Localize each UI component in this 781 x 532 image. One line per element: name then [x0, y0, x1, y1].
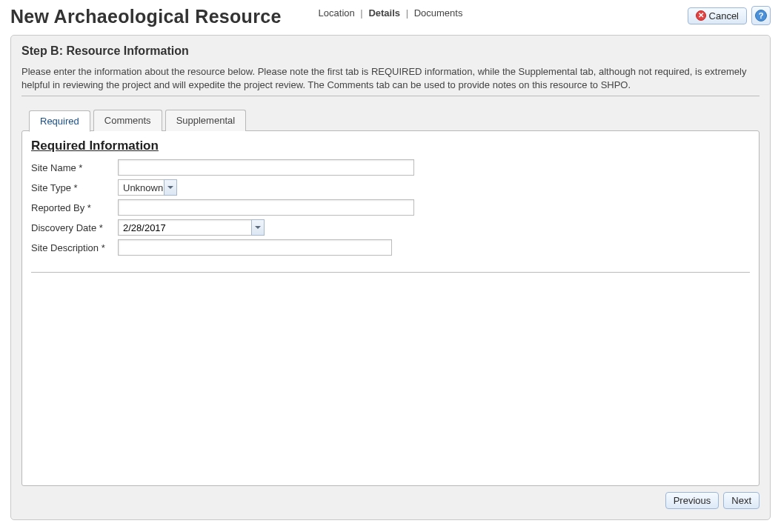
site-type-select[interactable]: Unknown [118, 179, 177, 196]
breadcrumb-separator: | [406, 7, 408, 19]
breadcrumb: Location | Details | Documents [319, 7, 463, 19]
breadcrumb-item-details[interactable]: Details [368, 7, 400, 19]
label-site-type: Site Type * [31, 182, 118, 193]
site-description-input[interactable] [118, 239, 392, 256]
row-site-type: Site Type * Unknown [31, 179, 750, 196]
chevron-down-icon [255, 226, 261, 229]
instructions-text: Please enter the information about the r… [21, 65, 760, 91]
next-button[interactable]: Next [723, 492, 760, 509]
help-button[interactable]: ? [751, 6, 771, 25]
page-title: New Archaeological Resource [10, 6, 282, 27]
label-reported-by: Reported By * [31, 202, 118, 213]
main-panel: Step B: Resource Information Please ente… [10, 35, 771, 520]
help-icon: ? [755, 10, 767, 21]
label-site-description: Site Description * [31, 242, 118, 253]
discovery-date-picker[interactable] [118, 219, 265, 236]
page-header: New Archaeological Resource Location | D… [10, 6, 771, 27]
discovery-date-input[interactable] [118, 219, 251, 236]
row-reported-by: Reported By * [31, 199, 750, 216]
inner-divider [31, 272, 750, 273]
row-discovery-date: Discovery Date * [31, 219, 750, 236]
tab-strip: Required Comments Supplemental [29, 110, 760, 131]
previous-button[interactable]: Previous [665, 492, 719, 509]
discovery-date-dropdown-button[interactable] [251, 219, 265, 236]
cancel-button-label: Cancel [709, 10, 739, 21]
site-type-value: Unknown [118, 179, 164, 196]
tab-required[interactable]: Required [29, 110, 90, 132]
site-type-dropdown-button[interactable] [164, 179, 177, 196]
header-buttons: ✕ Cancel ? [688, 6, 771, 25]
section-heading: Required Information [31, 139, 750, 153]
cancel-button[interactable]: ✕ Cancel [688, 7, 747, 24]
row-site-name: Site Name * [31, 159, 750, 176]
breadcrumb-item-documents[interactable]: Documents [414, 7, 463, 19]
cancel-icon: ✕ [696, 10, 706, 21]
divider [21, 96, 760, 96]
label-discovery-date: Discovery Date * [31, 222, 118, 233]
step-heading: Step B: Resource Information [21, 44, 760, 58]
row-site-description: Site Description * [31, 239, 750, 256]
label-site-name: Site Name * [31, 162, 118, 173]
reported-by-input[interactable] [118, 199, 414, 216]
site-name-input[interactable] [118, 159, 414, 176]
footer-buttons: Previous Next [21, 492, 760, 509]
tab-supplemental[interactable]: Supplemental [165, 110, 247, 131]
tab-content: Required Information Site Name * Site Ty… [21, 130, 760, 486]
chevron-down-icon [167, 186, 173, 189]
breadcrumb-separator: | [360, 7, 362, 19]
tab-comments[interactable]: Comments [93, 110, 162, 131]
breadcrumb-item-location[interactable]: Location [319, 7, 355, 19]
